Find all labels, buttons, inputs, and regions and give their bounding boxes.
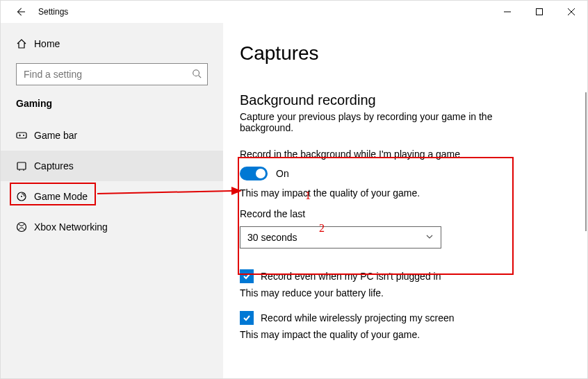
- svg-point-4: [193, 69, 199, 76]
- record-background-label: Record in the background while I'm playi…: [240, 149, 571, 160]
- page-title: Captures: [240, 42, 571, 65]
- checkbox-icon: [240, 311, 254, 325]
- record-background-toggle[interactable]: [240, 167, 268, 180]
- home-icon: [16, 38, 34, 49]
- chevron-down-icon: [425, 232, 434, 243]
- checkbox-icon: [240, 269, 254, 283]
- back-button[interactable]: [9, 7, 31, 17]
- sidebar-item-label: Xbox Networking: [34, 221, 108, 233]
- record-last-dropdown[interactable]: 30 seconds: [240, 226, 441, 249]
- window-title: Settings: [38, 7, 68, 17]
- sidebar-item-label: Captures: [34, 160, 74, 171]
- svg-rect-6: [17, 133, 26, 138]
- close-button[interactable]: [555, 1, 587, 23]
- sidebar-item-game-mode[interactable]: Game Mode: [1, 181, 223, 212]
- checkbox-label: Record even when my PC isn't plugged in: [261, 271, 441, 282]
- svg-point-12: [21, 196, 22, 197]
- titlebar: Settings: [1, 1, 587, 23]
- sidebar: Home Gaming Game bar Captures Game: [1, 23, 223, 378]
- game-bar-icon: [16, 130, 34, 141]
- sidebar-item-label: Game bar: [34, 130, 77, 141]
- scrollbar[interactable]: [585, 92, 587, 231]
- svg-rect-1: [537, 9, 543, 15]
- sidebar-item-label: Home: [34, 38, 60, 49]
- captures-icon: [16, 160, 34, 171]
- game-mode-icon: [16, 191, 34, 202]
- search-field[interactable]: [22, 68, 192, 81]
- sidebar-item-game-bar[interactable]: Game bar: [1, 120, 223, 151]
- record-last-label: Record the last: [240, 208, 571, 219]
- section-desc: Capture your previous plays by recording…: [240, 111, 525, 133]
- sidebar-category: Gaming: [1, 98, 223, 120]
- svg-point-7: [23, 135, 24, 136]
- svg-point-13: [17, 223, 26, 232]
- maximize-button[interactable]: [523, 1, 555, 23]
- checkbox-label: Record while wirelessly projecting my sc…: [261, 312, 455, 323]
- svg-line-5: [199, 75, 202, 78]
- section-title: Background recording: [240, 92, 571, 108]
- sidebar-item-home[interactable]: Home: [1, 33, 223, 55]
- search-input[interactable]: [16, 63, 208, 85]
- sidebar-item-label: Game Mode: [34, 191, 88, 202]
- toggle-state: On: [276, 168, 289, 179]
- sidebar-item-captures[interactable]: Captures: [1, 151, 223, 181]
- sidebar-item-xbox-networking[interactable]: Xbox Networking: [1, 212, 223, 242]
- minimize-button[interactable]: [491, 1, 523, 23]
- main-content: Captures Background recording Capture yo…: [223, 23, 587, 378]
- xbox-icon: [16, 221, 34, 233]
- checkbox-plugged-in[interactable]: Record even when my PC isn't plugged in: [240, 269, 571, 283]
- search-icon: [192, 69, 202, 81]
- wireless-hint: This may impact the quality of your game…: [240, 329, 571, 340]
- checkbox-wireless[interactable]: Record while wirelessly projecting my sc…: [240, 311, 571, 325]
- dropdown-value: 30 seconds: [247, 232, 297, 243]
- battery-hint: This may reduce your battery life.: [240, 287, 571, 298]
- svg-rect-10: [17, 162, 26, 169]
- quality-hint: This may impact the quality of your game…: [240, 187, 571, 199]
